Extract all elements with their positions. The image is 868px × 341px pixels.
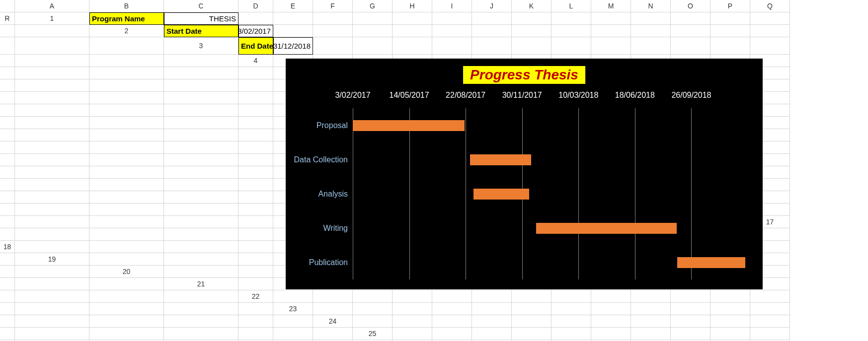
cell-P21[interactable] bbox=[15, 290, 89, 303]
cell-C17[interactable] bbox=[89, 228, 164, 241]
cell-A21[interactable] bbox=[238, 278, 273, 290]
cell-M9[interactable] bbox=[238, 129, 273, 141]
cell-H23[interactable] bbox=[591, 303, 631, 315]
cell-N4[interactable] bbox=[0, 67, 15, 79]
cell-O21[interactable] bbox=[0, 290, 15, 303]
cell-I25[interactable] bbox=[710, 328, 750, 340]
col-header-O[interactable]: O bbox=[671, 0, 710, 12]
cell-R19[interactable] bbox=[15, 266, 89, 278]
cell-E16[interactable] bbox=[164, 216, 238, 228]
cell-H13[interactable] bbox=[164, 179, 238, 191]
cell-A22[interactable] bbox=[273, 290, 313, 303]
cell-F23[interactable] bbox=[512, 303, 552, 315]
cell-N2[interactable] bbox=[710, 25, 750, 37]
row-header-3[interactable]: 3 bbox=[164, 37, 238, 55]
cell-H22[interactable] bbox=[552, 290, 591, 303]
cell-M1[interactable] bbox=[631, 12, 671, 25]
cell-J11[interactable] bbox=[164, 154, 238, 166]
cell-I24[interactable] bbox=[671, 315, 710, 328]
cell-R18[interactable] bbox=[0, 253, 15, 266]
cell-P20[interactable] bbox=[0, 278, 15, 290]
cell-J8[interactable] bbox=[0, 117, 15, 129]
row-header-21[interactable]: 21 bbox=[164, 278, 238, 290]
cell-G25[interactable] bbox=[631, 328, 671, 340]
cell-K23[interactable] bbox=[710, 303, 750, 315]
cell-M5[interactable] bbox=[0, 79, 15, 92]
cell-E3[interactable] bbox=[393, 37, 432, 55]
cell-E1[interactable] bbox=[313, 12, 353, 25]
cell-O6[interactable] bbox=[164, 92, 238, 104]
col-header-C[interactable]: C bbox=[164, 0, 238, 12]
cell-H25[interactable] bbox=[671, 328, 710, 340]
cell-H14[interactable] bbox=[238, 191, 273, 204]
cell-B17[interactable] bbox=[15, 228, 89, 241]
cell-J9[interactable] bbox=[15, 129, 89, 141]
cell-D23[interactable] bbox=[432, 303, 472, 315]
col-header-H[interactable]: H bbox=[393, 0, 432, 12]
cell-Q5[interactable] bbox=[238, 79, 273, 92]
cell-P4[interactable] bbox=[89, 67, 164, 79]
cell-E13[interactable] bbox=[0, 179, 15, 191]
cell-O22[interactable] bbox=[15, 303, 89, 315]
cell-B20[interactable] bbox=[238, 266, 273, 278]
cell-E14[interactable] bbox=[15, 191, 89, 204]
cell-B3[interactable]: 31/12/2018 bbox=[273, 37, 313, 55]
cell-C25[interactable] bbox=[472, 328, 512, 340]
col-header-M[interactable]: M bbox=[591, 0, 631, 12]
cell-M7[interactable] bbox=[89, 104, 164, 117]
cell-L22[interactable] bbox=[710, 290, 750, 303]
cell-N24[interactable] bbox=[89, 328, 164, 340]
cell-L1[interactable] bbox=[591, 12, 631, 25]
cell-L7[interactable] bbox=[15, 104, 89, 117]
cell-G14[interactable] bbox=[164, 191, 238, 204]
cell-B18[interactable] bbox=[89, 241, 164, 253]
cell-C18[interactable] bbox=[164, 241, 238, 253]
cell-K2[interactable] bbox=[591, 25, 631, 37]
cell-B25[interactable] bbox=[432, 328, 472, 340]
cell-H3[interactable] bbox=[512, 37, 552, 55]
cell-R23[interactable] bbox=[273, 315, 313, 328]
cell-O5[interactable] bbox=[89, 79, 164, 92]
cell-I10[interactable] bbox=[15, 141, 89, 154]
cell-D25[interactable] bbox=[512, 328, 552, 340]
cell-J25[interactable] bbox=[750, 328, 790, 340]
row-header-24[interactable]: 24 bbox=[313, 315, 353, 328]
cell-G15[interactable] bbox=[238, 204, 273, 216]
cell-L24[interactable] bbox=[0, 328, 15, 340]
cell-N3[interactable] bbox=[750, 37, 790, 55]
cell-F12[interactable] bbox=[0, 166, 15, 179]
cell-R24[interactable] bbox=[313, 328, 353, 340]
cell-L23[interactable] bbox=[750, 303, 790, 315]
cell-R4[interactable] bbox=[238, 67, 273, 79]
cell-M22[interactable] bbox=[750, 290, 790, 303]
cell-D18[interactable] bbox=[238, 241, 273, 253]
cell-I22[interactable] bbox=[591, 290, 631, 303]
cell-F16[interactable] bbox=[238, 216, 273, 228]
row-header-20[interactable]: 20 bbox=[89, 266, 164, 278]
cell-J24[interactable] bbox=[710, 315, 750, 328]
cell-A20[interactable] bbox=[164, 266, 238, 278]
col-header-B[interactable]: B bbox=[89, 0, 164, 12]
cell-Q4[interactable] bbox=[164, 67, 238, 79]
cell-N22[interactable] bbox=[0, 303, 15, 315]
cell-D17[interactable] bbox=[164, 228, 238, 241]
select-all[interactable] bbox=[0, 0, 15, 12]
cell-I23[interactable] bbox=[631, 303, 671, 315]
col-header-F[interactable]: F bbox=[313, 0, 353, 12]
cell-L6[interactable] bbox=[0, 92, 15, 104]
cell-R21[interactable] bbox=[164, 290, 238, 303]
cell-P5[interactable] bbox=[164, 79, 238, 92]
cell-A24[interactable] bbox=[353, 315, 393, 328]
cell-I11[interactable] bbox=[89, 154, 164, 166]
cell-N5[interactable] bbox=[15, 79, 89, 92]
col-header-K[interactable]: K bbox=[512, 0, 552, 12]
row-header-4[interactable]: 4 bbox=[238, 55, 273, 67]
cell-A1[interactable]: Program Name bbox=[89, 12, 164, 25]
cell-K11[interactable] bbox=[238, 154, 273, 166]
cell-I13[interactable] bbox=[238, 179, 273, 191]
cell-P23[interactable] bbox=[164, 315, 238, 328]
cell-C1[interactable] bbox=[238, 12, 273, 25]
cell-Q22[interactable] bbox=[164, 303, 238, 315]
gantt-chart[interactable]: Progress Thesis 3/02/201714/05/201722/08… bbox=[286, 59, 763, 289]
cell-O3[interactable] bbox=[0, 55, 15, 67]
